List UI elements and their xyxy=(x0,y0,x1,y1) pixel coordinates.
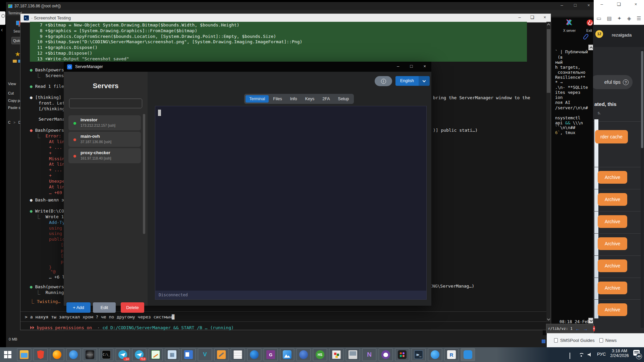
notification-count-badge[interactable]: 12 xyxy=(595,30,603,38)
archive-button[interactable]: Archive xyxy=(598,282,627,294)
minimize-icon[interactable]: – xyxy=(397,64,399,69)
editor-icon[interactable] xyxy=(149,348,163,361)
gdoc-icon[interactable]: G xyxy=(264,348,278,361)
restore-icon[interactable]: ❏ xyxy=(530,15,534,20)
snip-icon[interactable] xyxy=(329,348,343,361)
info-button[interactable]: i xyxy=(375,76,392,86)
winapp-icon[interactable] xyxy=(181,348,196,361)
language-label[interactable]: English xyxy=(395,76,419,86)
pcmon-icon[interactable] xyxy=(346,348,360,361)
firefox-icon[interactable] xyxy=(50,348,64,361)
tab-info[interactable]: Info xyxy=(286,95,301,103)
clock[interactable]: 3:18 AM 2/24/2026 xyxy=(608,349,631,358)
browser-scrollbar[interactable] xyxy=(641,50,644,328)
find-next-icon[interactable]: → xyxy=(583,326,588,331)
active-icon[interactable] xyxy=(461,348,475,361)
scrollbar-thumb[interactable] xyxy=(641,51,643,148)
find-prev-icon[interactable]: ← xyxy=(575,326,580,331)
language-dropdown[interactable]: English xyxy=(395,76,430,86)
thunderbird-icon[interactable] xyxy=(66,348,80,361)
scrollbar-thumb[interactable] xyxy=(143,114,145,234)
archive-button[interactable]: Archive xyxy=(598,171,627,184)
close-find-icon[interactable]: × xyxy=(593,326,595,331)
bookmark-item[interactable]: News xyxy=(599,338,617,343)
archive-button[interactable]: Archive xyxy=(598,303,627,316)
start-button[interactable] xyxy=(1,348,15,361)
folder-icon[interactable] xyxy=(17,348,31,361)
close-icon[interactable]: × xyxy=(543,15,546,20)
edit-server-button[interactable]: Edit xyxy=(93,302,116,313)
archive-button[interactable]: Archive xyxy=(598,259,627,272)
ssh-terminal-panel[interactable]: Disconnected xyxy=(155,106,427,300)
useful-tips-button[interactable]: eful tips ? xyxy=(593,75,633,89)
server-manager-titlebar[interactable]: ServerManager xyxy=(64,62,431,72)
server-card[interactable]: proxy-checker161.97.118.40 [ssh] xyxy=(68,148,141,163)
context-menu-item[interactable]: Cut xyxy=(8,91,14,95)
github-icon[interactable] xyxy=(379,348,393,361)
brave-icon[interactable] xyxy=(34,348,48,361)
archive-button[interactable]: Archive xyxy=(598,215,627,228)
keyboard-language[interactable]: РУС xyxy=(597,352,606,357)
tab-setup[interactable]: Setup xyxy=(334,95,353,103)
tab-icon[interactable]: ▭ xyxy=(596,15,601,21)
tools-icon[interactable] xyxy=(214,348,228,361)
archive-button[interactable]: Archive xyxy=(598,193,627,206)
wallet-icon[interactable]: ▤ xyxy=(607,15,611,21)
server-card[interactable]: main-ovh37.187.136.86 [ssh] xyxy=(68,132,141,147)
vbox-icon[interactable]: V xyxy=(198,348,212,361)
order-cache-button[interactable]: rder cache xyxy=(595,130,628,143)
layout-grid-icon[interactable]: ▦ xyxy=(541,338,546,344)
back-chevron-icon[interactable]: ‹ xyxy=(1,27,3,33)
menu-hamburger-icon[interactable]: ☰ xyxy=(637,15,641,21)
vs-icon[interactable]: N xyxy=(362,348,376,361)
sidebar-scrollbar[interactable] xyxy=(143,114,145,286)
archive-button[interactable]: Archive xyxy=(598,237,627,250)
scroll-up-icon[interactable] xyxy=(547,23,550,27)
swirl-icon[interactable] xyxy=(247,348,261,361)
wifi-icon[interactable] xyxy=(578,352,584,357)
tg1-icon[interactable]: ..14 xyxy=(116,348,130,361)
tab-keys[interactable]: Keys xyxy=(302,95,318,103)
delete-server-button[interactable]: Delete xyxy=(121,302,144,313)
figma-icon[interactable] xyxy=(395,348,409,361)
maximize-icon[interactable]: □ xyxy=(573,3,578,8)
close-icon[interactable]: × xyxy=(635,2,637,7)
context-menu-item[interactable]: View xyxy=(8,82,16,86)
proxy-icon[interactable]: PRXY xyxy=(83,348,97,361)
tg2-icon[interactable]: 713 xyxy=(132,348,146,361)
shield-icon[interactable]: ◈ xyxy=(627,15,631,21)
add-server-button[interactable]: + Add xyxy=(66,302,91,313)
photos-icon[interactable] xyxy=(280,348,294,361)
minimize-icon[interactable]: – xyxy=(519,15,521,20)
pin-tile-icon[interactable] xyxy=(0,11,5,25)
mobaxterm-titlebar[interactable]: 37.187.136.86 ([root ovh]) – □ × xyxy=(6,2,594,10)
rapp-icon[interactable]: R xyxy=(444,348,459,361)
notepad-icon[interactable] xyxy=(231,348,245,361)
cmd-icon[interactable]: C:\_ xyxy=(99,348,113,361)
folder-icon[interactable] xyxy=(13,60,17,63)
minimize-icon[interactable]: – xyxy=(559,3,564,8)
maximize-icon[interactable]: □ xyxy=(410,64,413,69)
dropdown-arrow[interactable] xyxy=(419,76,430,86)
tab-terminal[interactable]: Terminal xyxy=(246,95,269,103)
find-text[interactable]: r/lib/vz: 1 xyxy=(548,326,573,331)
bookmark-item[interactable]: SMSPool Guides xyxy=(554,338,595,343)
scrollbar-thumb[interactable] xyxy=(547,29,550,93)
browser-titlebar[interactable]: – ❏ × xyxy=(594,0,644,12)
favorites-star-icon[interactable]: ★ xyxy=(15,50,20,58)
tab-files[interactable]: Files xyxy=(269,95,285,103)
close-icon[interactable]: × xyxy=(423,64,426,69)
profile-name[interactable]: rezalgada xyxy=(612,33,632,38)
restore-icon[interactable]: ❏ xyxy=(617,2,621,7)
screenshot-testing-titlebar[interactable]: >_ · Screenshot Testing xyxy=(20,14,551,22)
bluecircle-icon[interactable] xyxy=(428,348,442,361)
pwsh-icon[interactable]: ≫_ xyxy=(412,348,426,361)
rewards-sparkle-icon[interactable]: ✦ xyxy=(617,15,622,21)
close-icon[interactable]: × xyxy=(586,3,591,8)
scrollbar[interactable] xyxy=(546,22,551,322)
tab-2fa[interactable]: 2FA xyxy=(319,95,333,103)
server-card[interactable]: investor173.212.212.157 [ssh] xyxy=(68,115,141,130)
hs-icon[interactable]: HS xyxy=(313,348,327,361)
calc-icon[interactable]: ▦ xyxy=(165,348,179,361)
scroll-down-icon[interactable] xyxy=(547,317,550,321)
